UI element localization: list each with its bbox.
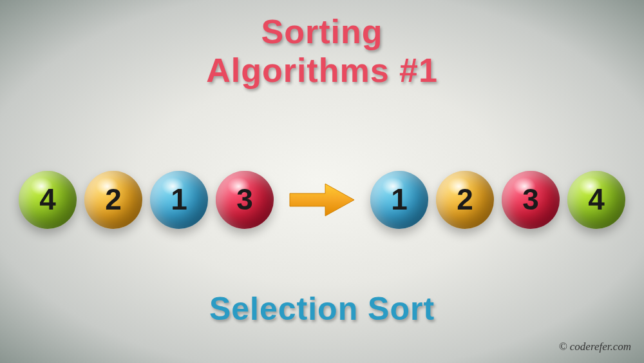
algorithm-name: Selection Sort	[0, 290, 644, 328]
ball-number: 4	[588, 182, 605, 217]
ball-number: 3	[522, 182, 539, 217]
title-line-1: Sorting	[0, 13, 644, 52]
ball-number: 2	[105, 182, 122, 217]
unsorted-ball-4: 3	[216, 171, 274, 229]
title-line-2: Algorithms #1	[0, 52, 644, 90]
main-title: Sorting Algorithms #1	[0, 0, 644, 90]
ball-number: 4	[39, 182, 56, 217]
sorted-ball-3: 3	[502, 171, 560, 229]
sorted-ball-2: 2	[436, 171, 494, 229]
sorting-visualization: 4 2 1 3 1 2 3 4	[0, 171, 644, 229]
ball-number: 2	[457, 182, 473, 217]
sorted-ball-4: 4	[567, 171, 625, 229]
sorted-ball-1: 1	[370, 171, 428, 229]
unsorted-ball-1: 4	[19, 171, 77, 229]
unsorted-ball-2: 2	[84, 171, 142, 229]
unsorted-ball-3: 1	[150, 171, 208, 229]
ball-number: 3	[236, 182, 253, 217]
credit-text: © coderefer.com	[559, 340, 631, 353]
ball-number: 1	[171, 182, 187, 217]
arrow-right-icon	[287, 181, 357, 219]
ball-number: 1	[391, 182, 408, 217]
